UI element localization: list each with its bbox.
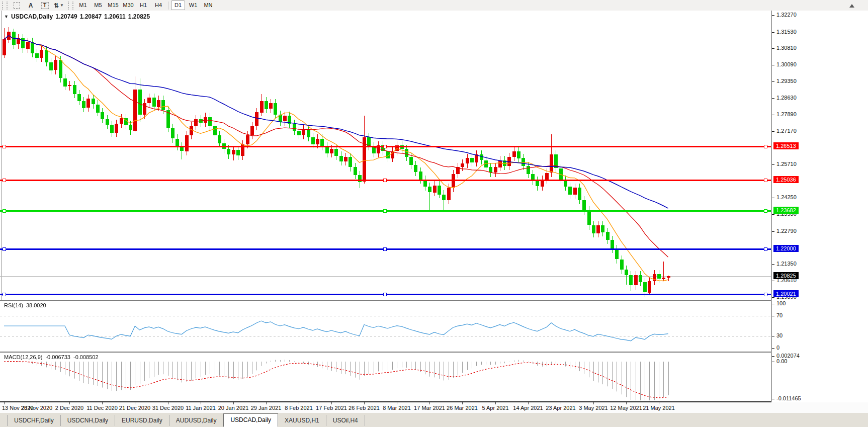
time-tick: [561, 402, 561, 404]
date-label: 5 Apr 2021: [482, 405, 508, 411]
macd-canvas[interactable]: [0, 353, 771, 401]
chart-title: ▼ USDCAD,Daily 1.20749 1.20847 1.20611 1…: [4, 13, 150, 20]
price-level-badge: 1.26513: [773, 142, 799, 149]
macd-main-value: -0.006733: [45, 354, 70, 360]
time-tick: [397, 402, 397, 404]
date-label: 11 Jan 2021: [186, 405, 216, 411]
chart-tab-xauusd[interactable]: XAUUSD,H1: [278, 415, 326, 426]
timeframe-button-m1[interactable]: M1: [76, 1, 90, 10]
scroll-up-icon[interactable]: [849, 4, 854, 8]
chart-tab-usoil[interactable]: USOil,H4: [326, 415, 365, 426]
date-label: 3 May 2021: [579, 405, 607, 411]
time-tick: [659, 402, 659, 404]
timeframe-button-m30[interactable]: M30: [121, 1, 135, 10]
price-chart-panel[interactable]: ▼ USDCAD,Daily 1.20749 1.20847 1.20611 1…: [0, 11, 868, 301]
time-axis[interactable]: 13 Nov 202023 Nov 20202 Dec 202011 Dec 2…: [0, 402, 868, 413]
price-level-badge: 1.23682: [773, 207, 799, 214]
price-tick: 1.28630: [776, 95, 797, 101]
chart-tab-usdchf[interactable]: USDCHF,Daily: [7, 415, 61, 426]
rsi-tick: 0: [776, 345, 779, 351]
chart-tab-audusd[interactable]: AUDUSD,Daily: [169, 415, 224, 426]
time-tick: [528, 402, 529, 404]
timeframe-button-h1[interactable]: H1: [136, 1, 150, 10]
rsi-canvas[interactable]: [0, 301, 771, 352]
date-label: 14 Apr 2021: [513, 405, 543, 411]
date-label: 2 Dec 2020: [55, 405, 83, 411]
toolbar-gripper[interactable]: [2, 2, 8, 10]
date-label: 26 Mar 2021: [447, 405, 478, 411]
price-tick: 1.25710: [776, 161, 797, 167]
date-label: 20 Jan 2021: [218, 405, 249, 411]
timeframe-button-w1[interactable]: W1: [186, 1, 200, 10]
rsi-label: RSI(14)38.0020: [4, 302, 46, 308]
timeframe-group: M1M5M15M30H1H4D1W1MN: [75, 1, 216, 10]
timeframe-button-d1[interactable]: D1: [171, 1, 185, 10]
price-level-badge: 1.22000: [773, 245, 799, 252]
timeframe-button-m15[interactable]: M15: [106, 1, 120, 10]
time-tick: [331, 402, 332, 404]
date-label: 8 Mar 2021: [383, 405, 411, 411]
chart-dropdown-icon[interactable]: ▼: [4, 14, 9, 19]
time-tick: [168, 402, 168, 404]
price-tick: 1.30090: [776, 61, 797, 67]
chart-tab-usdcnh[interactable]: USDCNH,Daily: [61, 415, 115, 426]
toolbar: A T ⇅▼ M1M5M15M30H1H4D1W1MN: [0, 0, 868, 11]
time-tick: [37, 402, 37, 404]
macd-tick: 0.00: [776, 358, 787, 364]
time-tick: [462, 402, 463, 404]
ohlc-high: 1.20847: [80, 13, 102, 20]
terminal-window: A T ⇅▼ M1M5M15M30H1H4D1W1MN ▼ USDCAD,Dai…: [0, 0, 868, 427]
date-label: 12 May 2021: [610, 405, 642, 411]
price-tick: 1.27890: [776, 111, 797, 117]
ohlc-close: 1.20825: [128, 13, 150, 20]
cycle-arrows-icon[interactable]: ⇅▼: [53, 1, 64, 10]
rsi-tick: 30: [776, 332, 783, 338]
time-tick: [429, 402, 430, 404]
time-tick: [135, 402, 135, 404]
price-tick: 1.32270: [776, 12, 797, 18]
rsi-panel[interactable]: RSI(14)38.0020: [0, 301, 868, 353]
timeframe-button-m5[interactable]: M5: [91, 1, 105, 10]
time-tick: [233, 402, 234, 404]
time-tick: [102, 402, 103, 404]
ohlc-low: 1.20611: [104, 13, 126, 20]
price-tick: 1.22790: [776, 228, 797, 234]
macd-panel[interactable]: MACD(12,26,9)-0.006733-0.008502: [0, 353, 868, 402]
toolbar-separator: [168, 2, 168, 10]
cursor-frame-icon[interactable]: [11, 1, 22, 10]
chart-symbol-period: USDCAD,Daily: [11, 13, 53, 20]
timeframe-button-mn[interactable]: MN: [201, 1, 215, 10]
candlestick-canvas[interactable]: [0, 11, 771, 300]
text-label-icon[interactable]: A: [25, 1, 36, 10]
time-tick: [4, 402, 5, 404]
date-label: 11 Dec 2020: [86, 405, 118, 411]
date-label: 21 May 2021: [643, 405, 675, 411]
price-tick: 1.27170: [776, 128, 797, 134]
date-label: 26 Feb 2021: [349, 405, 380, 411]
price-tick: 1.21350: [776, 261, 797, 267]
timeframe-button-h4[interactable]: H4: [151, 1, 165, 10]
rsi-tick: 100: [776, 300, 786, 306]
price-level-badge: 1.20021: [773, 290, 799, 297]
date-label: 23 Apr 2021: [546, 405, 575, 411]
toolbar-gripper-2[interactable]: [68, 2, 73, 10]
chevron-down-icon: ▼: [60, 3, 64, 8]
rsi-value: 38.0020: [26, 302, 46, 308]
time-tick: [626, 402, 627, 404]
date-label: 17 Mar 2021: [414, 405, 445, 411]
date-label: 29 Jan 2021: [251, 405, 282, 411]
text-box-icon[interactable]: T: [39, 1, 50, 10]
date-label: 8 Feb 2021: [285, 405, 313, 411]
date-label: 31 Dec 2020: [152, 405, 184, 411]
chart-tab-bar: USDCHF,DailyUSDCNH,DailyEURUSD,DailyAUDU…: [0, 413, 868, 427]
chart-tab-usdcad[interactable]: USDCAD,Daily: [223, 413, 278, 427]
time-tick: [495, 402, 496, 404]
chart-tab-eurusd[interactable]: EURUSD,Daily: [115, 415, 169, 426]
time-tick: [69, 402, 70, 404]
time-tick: [299, 402, 299, 404]
time-tick: [364, 402, 365, 404]
price-axis[interactable]: 1.322701.315301.308101.300901.293501.286…: [771, 11, 868, 402]
price-level-badge: 1.20825: [773, 272, 799, 279]
price-tick: 1.31530: [776, 29, 797, 35]
price-tick: 1.24250: [776, 194, 797, 200]
